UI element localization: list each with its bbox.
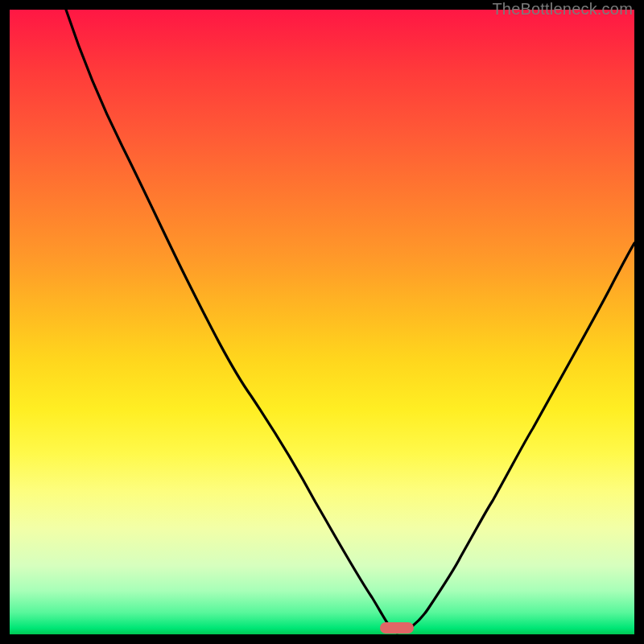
bottleneck-curve [10, 10, 634, 634]
chart-frame: TheBottleneck.com [0, 0, 644, 644]
plot-area [10, 10, 634, 634]
curve-path [66, 10, 634, 633]
watermark-text: TheBottleneck.com [492, 0, 633, 19]
minimum-marker [380, 622, 414, 634]
